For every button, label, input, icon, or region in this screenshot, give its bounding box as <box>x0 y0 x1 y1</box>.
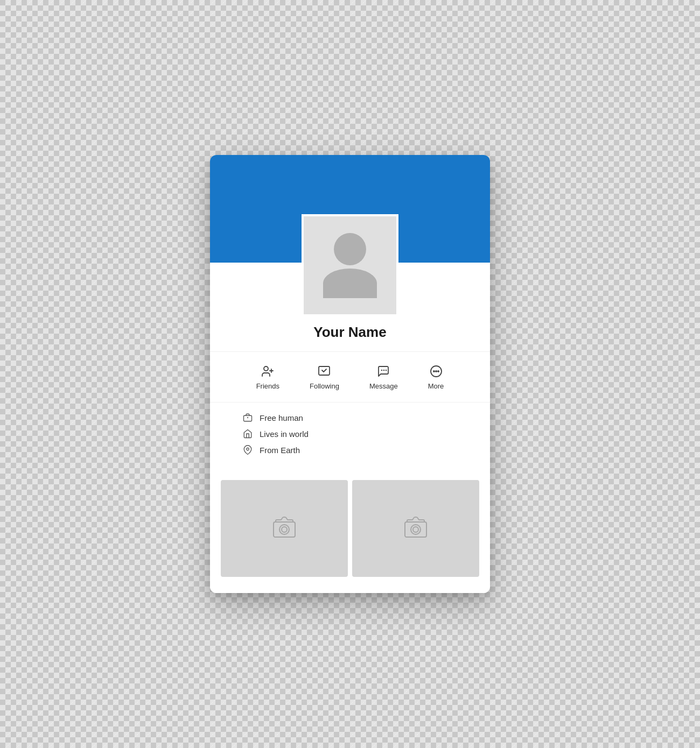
svg-point-17 <box>413 527 418 532</box>
home-icon <box>242 428 253 439</box>
message-button[interactable]: Message <box>354 359 413 394</box>
avatar-placeholder <box>323 233 377 298</box>
location-text: From Earth <box>260 446 300 455</box>
friends-button[interactable]: Friends <box>241 359 295 394</box>
svg-point-6 <box>433 371 435 372</box>
photo-placeholder-1[interactable] <box>221 480 348 577</box>
photo-grid <box>210 476 490 577</box>
more-icon <box>429 364 444 379</box>
following-button[interactable]: Following <box>295 359 354 394</box>
location-item: From Earth <box>242 444 458 455</box>
profile-card: Your Name Friends <box>210 155 490 593</box>
avatar-head <box>334 233 366 265</box>
briefcase-icon <box>242 412 253 423</box>
svg-point-16 <box>411 525 421 534</box>
friends-label: Friends <box>256 382 279 390</box>
svg-point-7 <box>436 371 437 372</box>
following-icon <box>317 364 332 379</box>
home-text: Lives in world <box>260 429 309 439</box>
svg-point-13 <box>279 525 289 534</box>
info-section: Free human Lives in world <box>210 403 490 470</box>
svg-point-8 <box>438 371 439 372</box>
camera-icon-2 <box>403 517 429 540</box>
occupation-text: Free human <box>260 413 303 422</box>
avatar <box>302 214 398 316</box>
more-button[interactable]: More <box>413 359 459 394</box>
message-icon <box>376 364 391 379</box>
profile-content: Your Name Friends <box>210 214 490 593</box>
message-label: Message <box>369 382 398 390</box>
svg-rect-9 <box>244 415 252 421</box>
occupation-item: Free human <box>242 412 458 423</box>
pin-icon <box>242 444 253 455</box>
more-label: More <box>428 382 444 390</box>
svg-point-0 <box>264 366 268 371</box>
svg-point-14 <box>282 527 287 532</box>
home-item: Lives in world <box>242 428 458 439</box>
camera-icon-1 <box>271 517 297 540</box>
avatar-body <box>323 269 377 298</box>
action-buttons-row: Friends Following <box>210 351 490 403</box>
following-label: Following <box>310 382 339 390</box>
photo-placeholder-2[interactable] <box>352 480 479 577</box>
profile-name: Your Name <box>210 324 490 341</box>
friends-icon <box>260 364 275 379</box>
svg-point-11 <box>247 448 249 450</box>
